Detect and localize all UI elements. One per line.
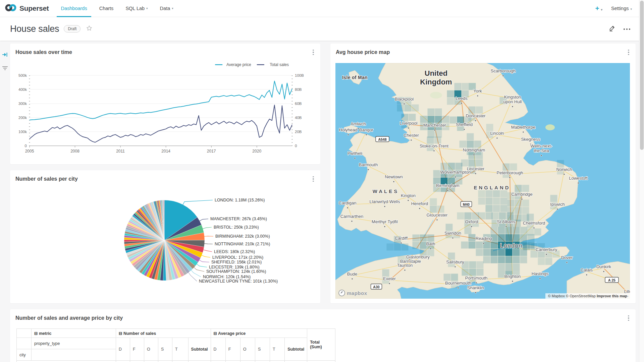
pie-slice-label: SHEFFIELD: 156k (2.01%) bbox=[211, 260, 262, 264]
map-city-label: Cambridge bbox=[511, 192, 533, 197]
map-city-label: Birmingham bbox=[436, 183, 459, 188]
map-city-label: Barmouth bbox=[359, 162, 378, 167]
svg-text:0: 0 bbox=[295, 144, 297, 148]
scrollbar-thumb[interactable] bbox=[640, 1, 644, 150]
map-city-label: Swindon bbox=[444, 231, 461, 236]
map-city-label: Stoke-on-Trent bbox=[420, 143, 449, 148]
pie-slice-label: LEICESTER: 139k (1.80%) bbox=[209, 265, 260, 269]
sales-value: 1.12k bbox=[172, 361, 189, 362]
filter-icon[interactable] bbox=[2, 66, 8, 72]
svg-text:400k: 400k bbox=[18, 87, 27, 92]
map-city-label: Chelmsford bbox=[523, 221, 545, 226]
row-total: 2.18M bbox=[307, 361, 335, 362]
edit-pencil-icon[interactable] bbox=[608, 24, 616, 33]
pie-slice-label: BIRMINGHAM: 232k (3.00%) bbox=[215, 234, 270, 239]
map-city-label: Scarborough bbox=[491, 68, 516, 73]
price-subtotal: 2.18M bbox=[285, 361, 307, 362]
svg-text:2008: 2008 bbox=[70, 149, 79, 154]
map-city-label: Canterbury bbox=[536, 247, 557, 252]
col-S: S bbox=[158, 338, 172, 361]
svg-text:200k: 200k bbox=[18, 116, 27, 120]
road-badge: A548 bbox=[378, 137, 386, 141]
new-item-button[interactable]: +▾ bbox=[595, 5, 602, 12]
chart-menu-kebab-icon[interactable] bbox=[626, 314, 631, 322]
map-city-label: Newtown bbox=[385, 174, 402, 179]
sales-value: 841 bbox=[158, 361, 172, 362]
superset-brand[interactable]: Superset bbox=[0, 4, 55, 13]
more-actions-icon[interactable] bbox=[623, 26, 631, 32]
map-city-label: Taunton bbox=[397, 263, 413, 268]
map-city-label: Amlwch bbox=[351, 121, 366, 126]
map-city-label: Bath bbox=[426, 241, 435, 246]
map-city-label: Mablethorpe bbox=[511, 125, 535, 130]
top-navbar: Superset DashboardsChartsSQL Lab▾Data▾ +… bbox=[0, 0, 644, 17]
map-region-label: Isle of Man bbox=[342, 75, 368, 80]
mapbox-map[interactable]: ScarboroughYorkKingstonupon HullBlackpoo… bbox=[335, 63, 630, 299]
col-D: D bbox=[116, 338, 130, 361]
expand-filter-bar-icon[interactable] bbox=[2, 52, 8, 59]
settings-menu[interactable]: Settings▾ bbox=[611, 6, 632, 11]
chevron-down-icon: ▾ bbox=[630, 7, 632, 11]
nav-item-charts[interactable]: Charts bbox=[93, 0, 120, 17]
nav-item-data[interactable]: Data▾ bbox=[154, 0, 179, 17]
map-city-label: Hereford bbox=[411, 201, 428, 206]
map-city-label: Merthyr Tydfil bbox=[372, 219, 398, 224]
improve-map-link[interactable]: Improve this map bbox=[597, 294, 627, 298]
nav-item-dashboards[interactable]: Dashboards bbox=[55, 0, 93, 17]
map-city-label: Liverpool bbox=[400, 121, 418, 126]
subtotal-header: Subtotal bbox=[285, 338, 307, 361]
map-city-label: Pwllheli bbox=[347, 151, 362, 156]
chart-menu-kebab-icon[interactable] bbox=[311, 49, 316, 56]
subtotal-header: Subtotal bbox=[188, 338, 211, 361]
chart-menu-kebab-icon[interactable] bbox=[626, 49, 631, 56]
city-cell: ABBOTS LANGLEY bbox=[17, 361, 116, 362]
card-sales-and-price-by-city: Number of sales and average price by cit… bbox=[10, 309, 636, 362]
map-attribution: © Mapbox © OpenStreetMap Improve this ma… bbox=[545, 293, 630, 299]
pie-slice-label: SOUTHAMPTON: 124k (1.60%) bbox=[206, 269, 266, 274]
osm-attribution-link[interactable]: © OpenStreetMap bbox=[566, 294, 596, 298]
map-city-label: Dover bbox=[561, 255, 573, 260]
card-house-sales-over-time: House sales over time Total salesAverage… bbox=[10, 44, 320, 164]
price-value: 202k bbox=[225, 361, 240, 362]
chart-menu-kebab-icon[interactable] bbox=[311, 175, 316, 183]
map-city-label: Wells-next- bbox=[531, 143, 552, 148]
map-city-label: Calais bbox=[581, 267, 593, 273]
chart-title: House sales over time bbox=[15, 49, 72, 55]
mapbox-logo[interactable]: mapbox bbox=[338, 289, 367, 297]
svg-text:Average price: Average price bbox=[226, 62, 251, 67]
col-D: D bbox=[211, 338, 225, 361]
page-scrollbar[interactable] bbox=[639, 0, 644, 362]
map-city-label: Skegness bbox=[521, 137, 540, 142]
nav-item-sql-lab[interactable]: SQL Lab▾ bbox=[119, 0, 154, 17]
dashboard-header: House sales Draft bbox=[0, 17, 644, 41]
svg-text:20B: 20B bbox=[295, 130, 302, 134]
superset-logo-icon bbox=[5, 4, 17, 13]
chart-title: Avg house price map bbox=[336, 49, 390, 55]
price-value: 555k bbox=[211, 361, 225, 362]
map-city-label: Lowestoft bbox=[569, 176, 588, 181]
sales-subtotal: 3.16k bbox=[188, 361, 211, 362]
map-region-label: WALES bbox=[373, 188, 399, 194]
map-region-label: ENGLAND bbox=[474, 185, 510, 190]
svg-text:80B: 80B bbox=[295, 87, 302, 92]
svg-text:100k: 100k bbox=[18, 130, 27, 134]
map-city-label: Bournemouth bbox=[445, 281, 471, 286]
mapbox-attribution-link[interactable]: © Mapbox bbox=[548, 294, 565, 298]
col-S: S bbox=[255, 338, 270, 361]
road-badge: M40 bbox=[463, 202, 470, 206]
map-city-label: Peterborough bbox=[497, 170, 523, 175]
favorite-star-icon[interactable] bbox=[86, 25, 93, 33]
brand-name: Superset bbox=[19, 4, 49, 12]
svg-text:2011: 2011 bbox=[116, 149, 125, 154]
svg-text:500k: 500k bbox=[18, 73, 27, 77]
svg-text:2005: 2005 bbox=[25, 149, 34, 154]
map-city-label: Nottingham bbox=[463, 147, 485, 153]
filter-rail bbox=[2, 52, 8, 72]
map-city-label: Manchester bbox=[423, 123, 446, 128]
map-city-label: Leeds bbox=[455, 96, 468, 101]
road-badge: A30 bbox=[373, 285, 379, 289]
map-city-label: Brighton bbox=[504, 274, 521, 279]
map-city-label: Ipswich bbox=[550, 202, 565, 207]
col-O: O bbox=[240, 338, 255, 361]
number-of-sales-group-header: ⊟ Number of sales bbox=[116, 329, 211, 338]
